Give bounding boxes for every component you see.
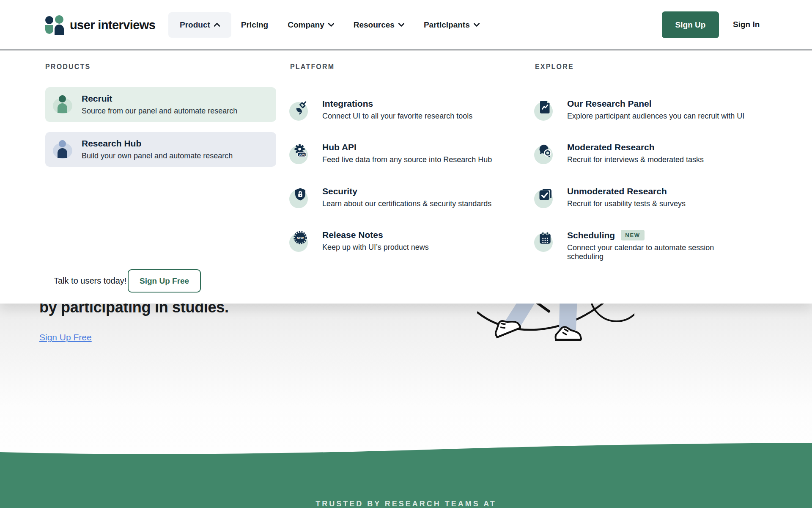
menu-item-unmoderated-research[interactable]: Unmoderated Research Recruit for usabili… <box>535 186 749 208</box>
menu-item-title: Security <box>322 186 491 196</box>
chevron-down-icon <box>398 23 404 27</box>
chevron-down-icon <box>474 23 480 27</box>
platform-column-header: PLATFORM <box>290 63 522 71</box>
divider <box>45 76 276 76</box>
user-interviews-logo-icon <box>45 15 64 35</box>
divider <box>290 76 522 76</box>
nav-item-company[interactable]: Company <box>278 12 344 38</box>
menu-item-desc: Explore participant audiences you can re… <box>567 112 744 121</box>
menu-item-title: Unmoderated Research <box>567 186 686 196</box>
trusted-by-text: TRUSTED BY RESEARCH TEAMS AT <box>0 500 812 508</box>
cta-text: Talk to users today! <box>54 276 126 286</box>
primary-nav: Product Pricing Company Resources Partic… <box>168 0 489 50</box>
sign-up-free-button[interactable]: Sign Up Free <box>128 269 201 293</box>
recruit-person-icon <box>54 95 72 114</box>
menu-item-release-notes[interactable]: NEW Release Notes Keep up with UI’s prod… <box>290 230 522 252</box>
menu-item-security[interactable]: Security Learn about our certifications … <box>290 186 522 208</box>
plug-icon <box>290 99 310 121</box>
nav-item-resources-label: Resources <box>354 20 395 30</box>
divider <box>45 258 767 258</box>
calendar-icon <box>535 231 555 252</box>
nav-item-company-label: Company <box>288 20 324 30</box>
menu-item-title: Research Hub <box>82 138 233 149</box>
nav-item-pricing[interactable]: Pricing <box>231 12 278 38</box>
menu-item-moderated-research[interactable]: Moderated Research Recruit for interview… <box>535 142 749 164</box>
footer-wave <box>0 443 812 508</box>
document-chart-icon <box>535 99 555 121</box>
api-icon-label: API <box>299 153 304 157</box>
menu-item-desc: Feed live data from any source into Rese… <box>322 155 492 164</box>
product-dropdown-panel: PRODUCTS Recruit Source from our panel a… <box>0 50 812 304</box>
menu-item-scheduling[interactable]: Scheduling NEW Connect your calendar to … <box>535 230 749 261</box>
seal-icon-label: NEW <box>297 237 304 240</box>
nav-item-product-label: Product <box>180 20 210 30</box>
new-badge: NEW <box>621 230 645 240</box>
hero-sign-up-free-link[interactable]: Sign Up Free <box>39 332 92 342</box>
chat-bubbles-icon <box>535 143 555 164</box>
menu-item-desc: Recruit for usability tests & surveys <box>567 199 686 208</box>
menu-item-desc: Connect your calendar to automate sessio… <box>567 243 749 261</box>
chevron-up-icon <box>214 23 220 27</box>
menu-item-desc: Source from our panel and automate resea… <box>82 107 237 116</box>
explore-column: EXPLORE Our Research Panel Explore parti… <box>535 63 749 76</box>
products-column-header: PRODUCTS <box>45 63 276 71</box>
products-column: PRODUCTS Recruit Source from our panel a… <box>45 63 276 167</box>
nav-item-product[interactable]: Product <box>168 12 231 38</box>
explore-column-header: EXPLORE <box>535 63 749 71</box>
menu-item-desc: Build your own panel and automate resear… <box>82 152 233 160</box>
nav-item-pricing-label: Pricing <box>241 20 268 30</box>
nav-item-participants-label: Participants <box>424 20 470 30</box>
page: by participating in studies. Sign Up Fre… <box>0 0 812 508</box>
sign-up-button[interactable]: Sign Up <box>662 11 719 38</box>
logo-text: user interviews <box>70 18 155 32</box>
menu-item-title: Release Notes <box>322 230 429 240</box>
menu-item-desc: Learn about our certifications & securit… <box>322 199 491 208</box>
top-navigation-bar: user interviews Product Pricing Company … <box>0 0 812 50</box>
menu-item-desc: Connect UI to all your favorite research… <box>322 112 472 121</box>
platform-column: PLATFORM Integrations Connect UI to all … <box>290 63 522 76</box>
menu-item-research-hub[interactable]: Research Hub Build your own panel and au… <box>45 132 276 167</box>
nav-item-resources[interactable]: Resources <box>344 12 414 38</box>
shield-lock-icon <box>290 187 310 208</box>
menu-item-title: Recruit <box>82 94 237 104</box>
menu-item-title: Scheduling <box>567 230 615 240</box>
menu-item-title: Our Research Panel <box>567 99 744 109</box>
menu-item-desc: Keep up with UI’s product news <box>322 243 429 252</box>
menu-item-title: Integrations <box>322 99 472 109</box>
nav-item-participants[interactable]: Participants <box>414 12 489 38</box>
menu-item-our-research-panel[interactable]: Our Research Panel Explore participant a… <box>535 99 749 121</box>
menu-item-hub-api[interactable]: API Hub API Feed live data from any sour… <box>290 142 522 164</box>
divider <box>535 76 749 76</box>
checkbox-icon <box>535 187 555 208</box>
menu-item-desc: Recruit for interviews & moderated tasks <box>567 155 704 164</box>
menu-item-title: Hub API <box>322 142 492 152</box>
new-seal-icon: NEW <box>290 231 310 252</box>
menu-item-recruit[interactable]: Recruit Source from our panel and automa… <box>45 87 276 122</box>
research-hub-person-icon <box>54 140 72 159</box>
menu-item-title: Moderated Research <box>567 142 704 152</box>
chevron-down-icon <box>328 23 334 27</box>
sign-in-link[interactable]: Sign In <box>733 20 760 29</box>
user-interviews-logo[interactable]: user interviews <box>45 15 155 35</box>
menu-item-integrations[interactable]: Integrations Connect UI to all your favo… <box>290 99 522 121</box>
gear-api-icon: API <box>290 143 310 164</box>
